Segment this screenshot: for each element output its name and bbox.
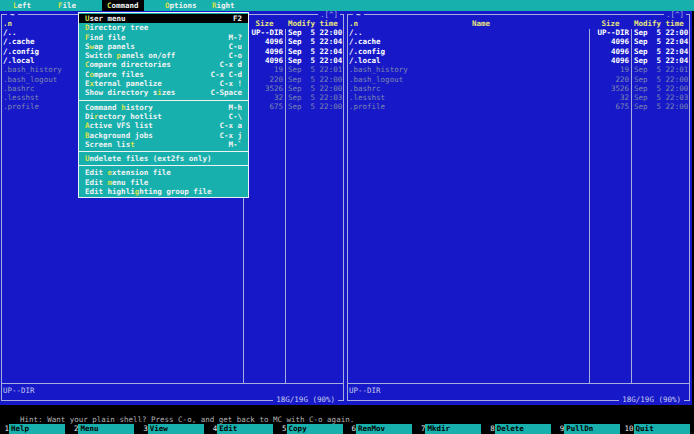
file-name: .bash_history — [349, 65, 408, 74]
menu-item-command-history[interactable]: Command historyM-h — [79, 103, 248, 112]
file-size: 4096 — [592, 56, 629, 65]
file-row-[interactable]: /..UP--DIRSep 5 22:00 — [346, 28, 690, 37]
file-mtime: Sep 5 22:04 — [288, 47, 342, 56]
file-mtime: Sep 5 22:04 — [634, 56, 688, 65]
file-size: 220 — [246, 75, 283, 84]
command-menu-dropdown: User menuF2Directory treeFind fileM-?Swa… — [78, 12, 249, 198]
menu-item-background-jobs[interactable]: Background jobsC-x j — [79, 131, 248, 140]
file-row-profile[interactable]: .profile675Sep 5 22:00 — [346, 102, 690, 111]
fkey-label: Mkdir — [425, 424, 481, 434]
file-mtime: Sep 5 22:01 — [288, 65, 342, 74]
file-row-bash-logout[interactable]: .bash_logout220Sep 5 22:00 — [346, 75, 690, 84]
panel-up-button[interactable]: .[^] — [318, 11, 340, 19]
file-mtime: Sep 5 22:04 — [634, 37, 688, 46]
fkey-copy[interactable]: 5Copy — [278, 424, 347, 434]
fkey-renmov[interactable]: 6RenMov — [347, 424, 416, 434]
file-row-lesshst[interactable]: .lesshst32Sep 5 22:03 — [346, 93, 690, 102]
menu-item-edit-menu-file[interactable]: Edit menu file — [79, 178, 248, 187]
file-mtime: Sep 5 22:00 — [634, 84, 688, 93]
file-row-bash-history[interactable]: .bash_history19Sep 5 22:01 — [346, 65, 690, 74]
file-size: 675 — [592, 102, 629, 111]
file-size: 4096 — [246, 47, 283, 56]
menu-item-label: Directory tree — [85, 23, 148, 32]
file-size: 19 — [592, 65, 629, 74]
menu-item-label: External panelize — [85, 79, 162, 88]
fkey-menu[interactable]: 2Menu — [69, 424, 138, 434]
menubar-item-file[interactable]: File — [53, 0, 81, 11]
file-name: .bash_logout — [349, 75, 403, 84]
menu-item-directory-hotlist[interactable]: Directory hotlistC-\ — [79, 112, 248, 121]
menu-item-swap-panels[interactable]: Swap panelsC-u — [79, 42, 248, 51]
file-size: 4096 — [246, 56, 283, 65]
menu-item-shortcut: C-x ! — [219, 79, 242, 88]
menu-item-compare-files[interactable]: Compare filesC-x C-d — [79, 70, 248, 79]
menu-item-label: Active VFS list — [85, 121, 153, 130]
fkey-edit[interactable]: 4Edit — [208, 424, 277, 434]
file-name: .bashrc — [349, 84, 381, 93]
file-row-local[interactable]: /.local4096Sep 5 22:04 — [346, 56, 690, 65]
fkey-number: 10 — [625, 424, 634, 434]
mc-screen: LeftFileCommandOptionsRight ~.[^].nNameS… — [0, 0, 694, 434]
file-size: 220 — [592, 75, 629, 84]
column-header-size[interactable]: Size — [592, 19, 629, 28]
menu-item-find-file[interactable]: Find fileM-? — [79, 33, 248, 42]
fkey-quit[interactable]: 10Quit — [625, 424, 694, 434]
menu-item-external-panelize[interactable]: External panelizeC-x ! — [79, 79, 248, 88]
menu-item-active-vfs-list[interactable]: Active VFS listC-x a — [79, 121, 248, 130]
file-row-bashrc[interactable]: .bashrc3526Sep 5 22:00 — [346, 84, 690, 93]
menu-item-shortcut: C-x j — [219, 131, 242, 140]
menu-item-label: Command history — [85, 103, 153, 112]
file-size: 675 — [246, 102, 283, 111]
menu-item-label: Directory hotlist — [85, 112, 162, 121]
menu-item-edit-highlighting-group-file[interactable]: Edit highlighting group file — [79, 187, 248, 196]
file-size: 19 — [246, 65, 283, 74]
mini-status: UP--DIR — [349, 386, 381, 395]
file-size: 4096 — [246, 37, 283, 46]
fkey-label: Delete — [495, 424, 551, 434]
menubar-item-options[interactable]: Options — [160, 0, 202, 11]
file-mtime: Sep 5 22:00 — [634, 75, 688, 84]
fkey-number: 2 — [69, 424, 78, 434]
fkey-help[interactable]: 1Help — [0, 424, 69, 434]
file-mtime: Sep 5 22:04 — [288, 37, 342, 46]
command-line[interactable]: midnight@commander:~$ — [2, 415, 124, 424]
column-header-name[interactable]: Name — [451, 19, 511, 28]
menubar-item-right[interactable]: Right — [207, 0, 240, 11]
menu-item-screen-list[interactable]: Screen listM-` — [79, 140, 248, 149]
menu-item-label: Edit extension file — [85, 168, 171, 177]
menu-item-shortcut: C-Space — [210, 88, 242, 97]
hint-line: Hint: Want your plain shell? Press C-o, … — [2, 406, 354, 415]
column-header-mtime[interactable]: Modify time — [288, 19, 338, 28]
file-mtime: Sep 5 22:03 — [634, 93, 688, 102]
file-row-cache[interactable]: /.cache4096Sep 5 22:04 — [346, 37, 690, 46]
panel-up-button[interactable]: .[^] — [664, 11, 686, 19]
menu-item-shortcut: C-u — [228, 42, 242, 51]
menu-item-shortcut: M-h — [228, 103, 242, 112]
fkey-label: PullDn — [564, 424, 620, 434]
panel-path[interactable]: ~ — [353, 11, 364, 19]
menu-item-show-directory-sizes[interactable]: Show directory sizesC-Space — [79, 88, 248, 97]
menu-item-compare-directories[interactable]: Compare directoriesC-x d — [79, 60, 248, 69]
status-separator — [348, 383, 689, 384]
panel-path[interactable]: ~ — [7, 11, 18, 19]
menu-item-shortcut: C-x a — [219, 121, 242, 130]
file-name: .bash_history — [3, 65, 62, 74]
menu-item-directory-tree[interactable]: Directory tree — [79, 23, 248, 32]
file-mtime: Sep 5 22:04 — [634, 47, 688, 56]
menu-item-undelete-files-ext2fs-only[interactable]: Undelete files (ext2fs only) — [79, 154, 248, 163]
column-header-size[interactable]: Size — [246, 19, 283, 28]
column-header-mtime[interactable]: Modify time — [634, 19, 684, 28]
fkey-label: Quit — [634, 424, 690, 434]
file-name: /.config — [3, 47, 39, 56]
menubar-item-command[interactable]: Command — [102, 0, 144, 11]
menu-item-shortcut: C-x C-d — [210, 70, 242, 79]
fkey-delete[interactable]: 8Delete — [486, 424, 555, 434]
menu-item-user-menu[interactable]: User menuF2 — [79, 14, 248, 23]
fkey-label: Copy — [287, 424, 343, 434]
file-row-config[interactable]: /.config4096Sep 5 22:04 — [346, 47, 690, 56]
fkey-pulldn[interactable]: 9PullDn — [555, 424, 624, 434]
fkey-view[interactable]: 3View — [139, 424, 208, 434]
menu-item-edit-extension-file[interactable]: Edit extension file — [79, 168, 248, 177]
fkey-mkdir[interactable]: 7Mkdir — [416, 424, 485, 434]
menu-item-switch-panels-on-off[interactable]: Switch panels on/offC-o — [79, 51, 248, 60]
